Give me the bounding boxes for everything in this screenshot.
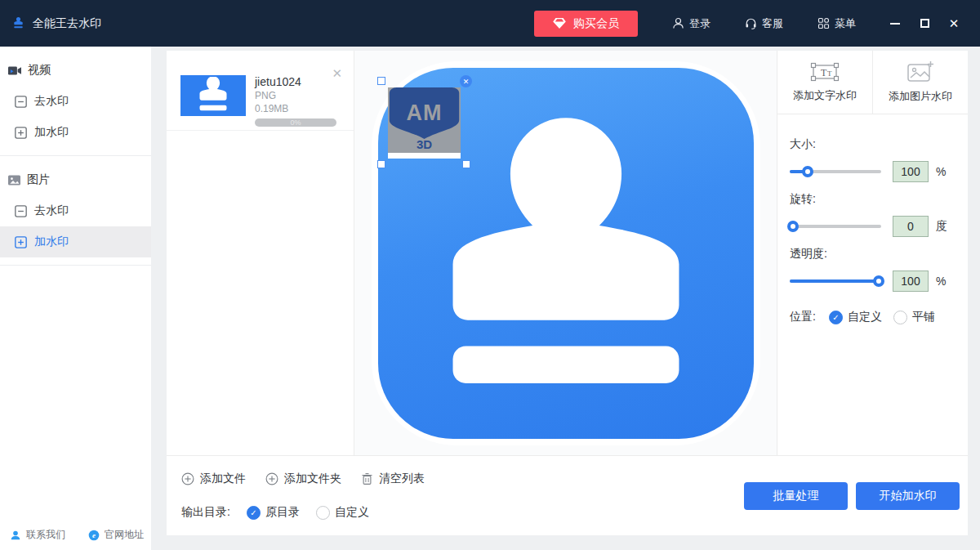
- size-slider[interactable]: [790, 165, 881, 178]
- plus-square-icon: [15, 127, 27, 139]
- add-folder-button[interactable]: 添加文件夹: [265, 472, 341, 486]
- file-name: jietu1024: [255, 75, 342, 89]
- login-label: 登录: [689, 16, 710, 31]
- sidebar-group-label: 视频: [28, 63, 51, 78]
- rotate-value-input[interactable]: 0: [893, 216, 929, 237]
- image-watermark-icon: [906, 60, 934, 83]
- sidebar-group-image[interactable]: 图片: [0, 164, 151, 195]
- watermark-overlay[interactable]: AM 3D ✕: [381, 81, 466, 164]
- file-format: PNG: [255, 89, 342, 102]
- customer-service-button[interactable]: 客服: [745, 16, 783, 31]
- login-button[interactable]: 登录: [672, 16, 710, 31]
- start-watermark-button[interactable]: 开始加水印: [856, 482, 960, 510]
- file-size: 0.19MB: [255, 102, 342, 115]
- plus-square-icon: [15, 236, 27, 248]
- opacity-value-input[interactable]: 100: [893, 271, 929, 292]
- file-list-item[interactable]: jietu1024 PNG 0.19MB 0% ✕: [167, 51, 354, 131]
- resize-handle-bottom-left[interactable]: [377, 160, 385, 168]
- file-progress-bar: 0%: [255, 118, 336, 127]
- window-controls: ✕: [880, 11, 969, 36]
- add-text-watermark-label: 添加文字水印: [793, 88, 857, 103]
- maximize-button[interactable]: [910, 11, 939, 36]
- customer-service-label: 客服: [762, 16, 783, 31]
- minimize-button[interactable]: [880, 11, 910, 36]
- svg-text:T: T: [821, 67, 827, 78]
- opacity-slider[interactable]: [790, 275, 881, 288]
- add-folder-label: 添加文件夹: [284, 472, 341, 486]
- sidebar-item-label: 去水印: [34, 94, 69, 109]
- browser-e-icon: e: [88, 530, 100, 541]
- watermark-whitebar: [388, 153, 461, 159]
- size-unit: %: [936, 165, 949, 178]
- user-icon: [672, 17, 684, 29]
- add-image-watermark-button[interactable]: 添加图片水印: [873, 51, 968, 114]
- clear-list-label: 清空列表: [379, 472, 425, 486]
- sidebar-item-label: 加水印: [34, 125, 69, 140]
- opacity-label: 透明度:: [790, 247, 956, 262]
- remove-file-icon[interactable]: ✕: [332, 67, 342, 79]
- menu-button[interactable]: 菜单: [817, 16, 856, 31]
- batch-process-button[interactable]: 批量处理: [744, 482, 848, 510]
- size-label: 大小:: [790, 137, 956, 152]
- picture-icon: [8, 175, 20, 186]
- add-image-watermark-label: 添加图片水印: [889, 89, 952, 104]
- output-option-original[interactable]: ✓ 原目录: [247, 505, 300, 520]
- resize-handle-bottom-right[interactable]: [462, 160, 470, 168]
- preview-canvas: AM 3D ✕: [354, 51, 777, 456]
- menu-label: 菜单: [835, 16, 856, 31]
- watermark-image[interactable]: AM 3D: [388, 87, 461, 159]
- sidebar-item-image-add-watermark[interactable]: 加水印: [0, 226, 151, 257]
- sidebar-item-video-remove-watermark[interactable]: 去水印: [0, 86, 151, 117]
- output-option-label: 原目录: [265, 505, 300, 520]
- rotate-slider[interactable]: [790, 220, 881, 233]
- sidebar-item-label: 去水印: [34, 203, 69, 218]
- app-logo-stamp-icon: [11, 16, 25, 31]
- position-label: 位置:: [790, 310, 816, 324]
- delete-watermark-icon[interactable]: ✕: [460, 75, 472, 87]
- sidebar-group-label: 图片: [27, 172, 50, 187]
- svg-text:T: T: [827, 69, 832, 78]
- workspace-card: jietu1024 PNG 0.19MB 0% ✕: [167, 51, 968, 535]
- contact-person-icon: [10, 530, 21, 541]
- sidebar-item-image-remove-watermark[interactable]: 去水印: [0, 195, 151, 226]
- sidebar: 视频 去水印 加水印: [0, 47, 151, 550]
- sidebar-item-label: 加水印: [34, 235, 69, 249]
- size-slider-thumb[interactable]: [802, 166, 813, 177]
- trash-icon: [361, 472, 373, 485]
- maximize-icon: [920, 19, 929, 28]
- sidebar-group-video[interactable]: 视频: [0, 55, 151, 86]
- add-text-watermark-button[interactable]: T T 添加文字水印: [777, 51, 873, 114]
- rotate-label: 旋转:: [790, 192, 956, 207]
- close-button[interactable]: ✕: [939, 11, 969, 36]
- position-option-tile[interactable]: 平铺: [893, 310, 935, 324]
- contact-us-label: 联系我们: [26, 528, 65, 542]
- titlebar: 全能王去水印 购买会员 登录 客服: [0, 0, 980, 47]
- headset-icon: [745, 17, 757, 29]
- minus-square-icon: [15, 96, 27, 108]
- opacity-slider-thumb[interactable]: [873, 275, 884, 287]
- position-option-custom[interactable]: ✓ 自定义: [829, 310, 882, 324]
- position-option-label: 平铺: [912, 310, 935, 324]
- clear-list-button[interactable]: 清空列表: [361, 472, 425, 486]
- resize-handle-top-left[interactable]: [377, 77, 385, 85]
- contact-us-link[interactable]: 联系我们: [10, 528, 65, 542]
- radio-unchecked-icon: [893, 311, 907, 324]
- rotate-slider-thumb[interactable]: [787, 221, 799, 232]
- circle-plus-icon: [181, 472, 194, 485]
- minimize-icon: [890, 23, 900, 25]
- file-list-panel: jietu1024 PNG 0.19MB 0% ✕: [167, 51, 354, 456]
- sidebar-item-video-add-watermark[interactable]: 加水印: [0, 117, 151, 148]
- add-file-label: 添加文件: [200, 472, 246, 486]
- website-link[interactable]: e 官网地址: [88, 528, 144, 542]
- website-label: 官网地址: [105, 528, 144, 542]
- thumbnail-stamp-icon: [187, 77, 239, 114]
- app-title: 全能王去水印: [33, 16, 101, 31]
- buy-membership-button[interactable]: 购买会员: [534, 11, 638, 37]
- radio-checked-icon: ✓: [247, 506, 261, 520]
- radio-unchecked-icon: [316, 506, 330, 520]
- bottom-bar: 添加文件 添加文件夹: [167, 456, 968, 535]
- output-option-custom[interactable]: 自定义: [316, 505, 369, 520]
- add-file-button[interactable]: 添加文件: [181, 472, 246, 486]
- file-thumbnail: [180, 75, 246, 116]
- size-value-input[interactable]: 100: [893, 161, 929, 182]
